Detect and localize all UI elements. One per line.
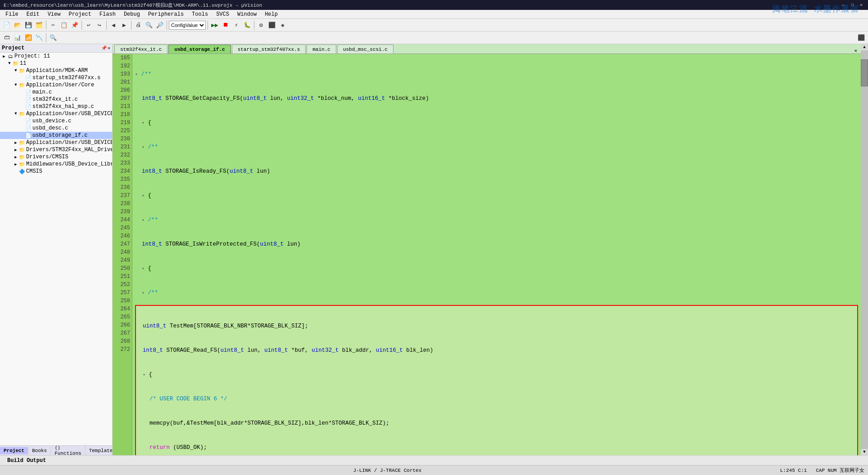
minimize-button[interactable]: — (840, 2, 846, 8)
menu-edit[interactable]: Edit (23, 10, 43, 18)
undo-btn[interactable]: ↩ (84, 20, 94, 30)
tb2-btn2[interactable]: 📊 (13, 33, 23, 43)
menu-svcs[interactable]: SVCS (212, 10, 233, 18)
tab-usbd-storage-if[interactable]: usbd_storage_if.c (168, 45, 231, 54)
find2-btn[interactable]: 🔎 (155, 20, 165, 30)
menu-bar: File Edit View Project Flash Debug Perip… (0, 10, 868, 19)
tree-hal-msp[interactable]: 📄 stm32f4xx_hal_msp.c (0, 103, 112, 110)
debug-btn[interactable]: 🐛 (242, 20, 252, 30)
toolbar-1: 📄 📂 💾 🗂️ ✂ 📋 📌 ↩ ↪ ◀ ▶ 🖨 🔍 🔎 ConfigValue… (0, 19, 868, 31)
tab-startup[interactable]: startup_stm32f407xx.s (232, 45, 306, 54)
options-btn[interactable]: ⚙ (256, 20, 266, 30)
tree-usb-target[interactable]: ▶ 📁 Application/User/USB_DEVICE/Target (0, 139, 112, 146)
tree-11[interactable]: ▼ 📁 11 (0, 60, 112, 67)
tree-mdk-arm[interactable]: ▼ 📁 Application/MDK-ARM (0, 67, 112, 74)
menu-window[interactable]: Window (234, 10, 260, 18)
tb2-right-btn[interactable]: ⬛ (856, 33, 866, 43)
tree-usb-device[interactable]: 📄 usb_device.c (0, 117, 112, 125)
expander-drivers-cmsis[interactable]: ▶ (13, 154, 19, 160)
tree-it[interactable]: 📄 stm32f4xx_it.c (0, 96, 112, 103)
sidebar-tab-books[interactable]: Books (28, 447, 51, 454)
nav-back-btn[interactable]: ◀ (108, 20, 118, 30)
config-dropdown[interactable]: ConfigValue (169, 21, 206, 30)
v-scroll-thumb[interactable] (861, 59, 868, 86)
tab-stm32f4xx-it[interactable]: stm32f4xx_it.c (114, 45, 167, 54)
build-output-tab[interactable]: Build Output (4, 457, 50, 465)
menu-peripherals[interactable]: Peripherals (145, 10, 187, 18)
expander-usb-app[interactable]: ▼ (13, 111, 19, 117)
menu-file[interactable]: File (2, 10, 22, 18)
flash-btn[interactable]: ⚡ (231, 20, 241, 30)
cut-btn[interactable]: ✂ (48, 20, 58, 30)
v-scroll-track[interactable] (861, 50, 868, 449)
code-editor[interactable]: 185 192 193 201 206 207 213 218 219 225 … (113, 54, 861, 455)
stop-btn[interactable]: ⏹ (221, 20, 231, 30)
sep-4 (131, 21, 131, 30)
v-scroll-down-btn[interactable]: ▼ (861, 449, 868, 455)
vertical-scrollbar[interactable]: ▲ ▼ (861, 44, 868, 455)
print-btn[interactable]: 🖨 (133, 20, 143, 30)
expander-cmsis (13, 168, 19, 175)
menu-flash[interactable]: Flash (96, 10, 119, 18)
maximize-button[interactable]: ❐ (849, 2, 855, 8)
save-all-btn[interactable]: 🗂️ (34, 20, 44, 30)
extra-btn[interactable]: ⬛ (267, 20, 277, 30)
expander-11[interactable]: ▼ (6, 60, 13, 67)
status-jtrace: J-LINK / J-TRACE Cortex (353, 468, 421, 473)
tree-drivers-cmsis[interactable]: ▶ 📁 Drivers/CMSIS (0, 153, 112, 161)
paste-btn[interactable]: 📌 (70, 20, 80, 30)
tb2-search-btn[interactable]: 🔍 (48, 33, 58, 43)
expander-usb-target[interactable]: ▶ (13, 139, 19, 146)
sidebar-tab-functions[interactable]: ⟨⟩ Functions (51, 444, 85, 455)
tb2-btn4[interactable]: 📉 (34, 33, 44, 43)
menu-project[interactable]: Project (65, 10, 95, 18)
title-bar-controls[interactable]: — ❐ ✕ (840, 2, 864, 8)
tab-area-close-btn[interactable]: ✕ (854, 48, 857, 54)
tab-main[interactable]: main.c (307, 45, 336, 54)
label-usb-device: usb_device.c (32, 118, 71, 124)
nav-fwd-btn[interactable]: ▶ (119, 20, 129, 30)
tree-cmsis[interactable]: 🔷 CMSIS (0, 168, 112, 175)
find-btn[interactable]: 🔍 (144, 20, 154, 30)
new-file-btn[interactable]: 📄 (2, 20, 12, 30)
tree-usb-device-app[interactable]: ▼ 📁 Application/User/USB_DEVICE/App (0, 110, 112, 117)
expander-drivers-hal[interactable]: ▶ (13, 147, 19, 153)
sidebar-close-btn[interactable]: ✕ (108, 45, 110, 51)
menu-tools[interactable]: Tools (188, 10, 212, 18)
redo-btn[interactable]: ↪ (95, 20, 104, 30)
code-lines[interactable]: ▪ /** int8_t STORAGE_GetCapacity_FS(uint… (132, 54, 861, 455)
menu-help[interactable]: Help (261, 10, 281, 18)
tree-main[interactable]: 📄 main.c (0, 89, 112, 96)
expander-mdk[interactable]: ▼ (13, 67, 19, 74)
expander-project[interactable]: ▶ (1, 53, 7, 59)
build-btn[interactable]: ▶▶ (210, 20, 220, 30)
tree-project-name[interactable]: ▶ 🗂 Project: 11 (0, 53, 112, 60)
tree-startup[interactable]: 📄 startup_stm32f407xx.s (0, 74, 112, 81)
tree-middlewares[interactable]: ▶ 📁 Middlewares/USB_Device_Library (0, 161, 112, 168)
status-position: L:245 C:1 (780, 468, 807, 473)
sidebar-pin-btn[interactable]: 📌 (101, 45, 107, 51)
expander-middlewares[interactable]: ▶ (13, 161, 19, 167)
tb2-btn3[interactable]: 📶 (23, 33, 33, 43)
line-234: memcpy(buf,&TestMem[blk_addr*STORAGE_BLK… (136, 419, 857, 427)
copy-btn[interactable]: 📋 (59, 20, 69, 30)
tree-user-core[interactable]: ▼ 📁 Application/User/Core (0, 81, 112, 89)
line-219: ▪ { (135, 264, 858, 273)
save-btn[interactable]: 💾 (23, 20, 33, 30)
tb2-btn1[interactable]: 🗃 (2, 33, 12, 43)
expander-core[interactable]: ▼ (13, 82, 19, 88)
tab-usbd-msc-scsi[interactable]: usbd_msc_scsi.c (337, 45, 393, 54)
menu-debug[interactable]: Debug (120, 10, 144, 18)
project-header: Project 📌 ✕ (0, 44, 112, 53)
wizard-btn[interactable]: ◈ (278, 20, 288, 30)
tree-usbd-storage[interactable]: 📄 usbd_storage_if.c (0, 132, 112, 139)
sidebar-tab-project[interactable]: Project (0, 447, 28, 454)
menu-view[interactable]: View (44, 10, 64, 18)
close-button[interactable]: ✕ (858, 2, 864, 8)
tree-drivers-hal[interactable]: ▶ 📁 Drivers/STM32F4xx_HAL_Driver (0, 146, 112, 153)
v-scroll-up-btn[interactable]: ▲ (861, 44, 868, 50)
tree-usbd-desc[interactable]: 📄 usbd_desc.c (0, 125, 112, 132)
open-file-btn[interactable]: 📂 (13, 20, 23, 30)
project-header-controls[interactable]: 📌 ✕ (101, 45, 110, 51)
sidebar-tab-templates[interactable]: Templates (86, 447, 113, 454)
